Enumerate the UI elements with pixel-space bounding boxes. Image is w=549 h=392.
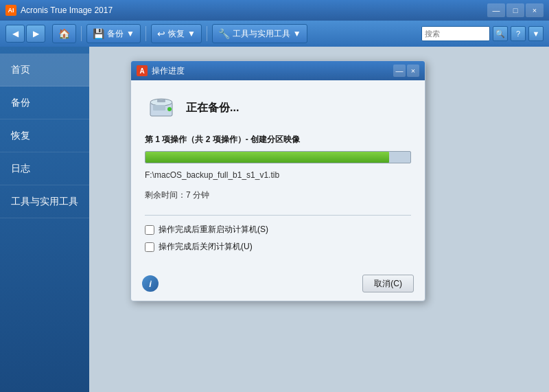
dialog-body: 正在备份... 第 1 项操作（共 2 项操作）- 创建分区映像 F:\macO… (131, 80, 425, 269)
tools-label: 工具与实用工具 (233, 28, 290, 40)
app-icon: AI (5, 5, 16, 16)
backup-button[interactable]: 💾 备份 ▼ (86, 24, 141, 43)
backup-dropdown-icon: ▼ (126, 29, 135, 38)
shutdown-checkbox-label: 操作完成后关闭计算机(U) (159, 241, 253, 253)
shutdown-checkbox[interactable] (145, 242, 154, 252)
svg-rect-4 (153, 105, 165, 111)
operation-info: 第 1 项操作（共 2 项操作）- 创建分区映像 (145, 134, 411, 146)
restore-button[interactable]: ↩ 恢复 ▼ (151, 24, 202, 43)
svg-rect-2 (157, 100, 165, 102)
sidebar-item-tools[interactable]: 工具与实用工具 (0, 185, 89, 218)
progress-dialog: A 操作进度 — × (130, 60, 425, 301)
progress-bar (145, 152, 389, 163)
menu-button[interactable]: ▼ (528, 26, 544, 41)
dialog-overlay: A 操作进度 — × (89, 47, 549, 392)
sidebar: 首页 备份 恢复 日志 工具与实用工具 (0, 47, 89, 392)
tools-dropdown-icon: ▼ (293, 29, 301, 38)
info-icon: i (142, 275, 159, 292)
content-area: 首页 备份 恢复 日志 工具与实用工具 (0, 47, 549, 392)
progress-container (145, 151, 411, 163)
separator-3 (207, 26, 207, 41)
back-button[interactable]: ◀ (5, 25, 25, 43)
search-input[interactable] (421, 26, 490, 41)
restart-checkbox-label: 操作完成后重新启动计算机(S) (159, 224, 268, 235)
dialog-close-button[interactable]: × (407, 65, 419, 77)
checkbox-shutdown-row: 操作完成后关闭计算机(U) (145, 241, 411, 253)
search-area: 🔍 ? ▼ (421, 26, 544, 41)
separator-2 (145, 26, 146, 41)
minimize-button[interactable]: — (487, 3, 505, 17)
dialog-title-bar: A 操作进度 — × (131, 61, 425, 80)
search-button[interactable]: 🔍 (493, 26, 508, 41)
close-button[interactable]: × (526, 3, 544, 17)
backup-status-title: 正在备份... (186, 101, 239, 115)
main-content: A 操作进度 — × (89, 47, 549, 392)
tools-icon: 🔧 (218, 28, 230, 39)
dialog-title: 操作进度 (152, 65, 393, 77)
dialog-header: 正在备份... (145, 91, 411, 124)
separator-1 (81, 26, 82, 41)
file-path: F:\macOS_backup_full_b1_s1_v1.tib (145, 170, 411, 180)
sidebar-item-home[interactable]: 首页 (0, 54, 89, 87)
dialog-footer: i 取消(C) (131, 269, 425, 301)
restart-checkbox[interactable] (145, 225, 154, 235)
forward-button[interactable]: ▶ (26, 25, 45, 43)
main-window: AI Acronis True Image 2017 — □ × ◀ ▶ 🏠 💾… (0, 0, 549, 392)
restore-label: 恢复 (168, 28, 185, 40)
app-title: Acronis True Image 2017 (21, 5, 487, 15)
sidebar-item-log[interactable]: 日志 (0, 152, 89, 185)
backup-label: 备份 (107, 28, 124, 40)
time-remaining: 剩余时间：7 分钟 (145, 189, 411, 201)
dialog-minimize-button[interactable]: — (393, 65, 406, 77)
title-bar: AI Acronis True Image 2017 — □ × (0, 0, 549, 21)
home-icon: 🏠 (58, 28, 70, 39)
checkbox-restart-row: 操作完成后重新启动计算机(S) (145, 224, 411, 235)
cancel-button[interactable]: 取消(C) (362, 275, 414, 292)
nav-controls: ◀ ▶ (5, 25, 45, 43)
toolbar: ◀ ▶ 🏠 💾 备份 ▼ ↩ 恢复 ▼ 🔧 工具与实用工具 ▼ 🔍 ? ▼ (0, 21, 549, 47)
divider (145, 215, 411, 216)
restore-dropdown-icon: ▼ (187, 29, 196, 38)
title-bar-controls: — □ × (487, 3, 544, 17)
svg-point-3 (167, 107, 172, 111)
home-button[interactable]: 🏠 (52, 24, 76, 43)
backup-icon: 💾 (93, 28, 104, 39)
sidebar-item-restore[interactable]: 恢复 (0, 119, 89, 152)
maximize-button[interactable]: □ (506, 3, 524, 17)
backup-drive-icon (145, 91, 178, 124)
help-button[interactable]: ? (511, 26, 526, 41)
sidebar-item-backup[interactable]: 备份 (0, 87, 89, 119)
tools-button[interactable]: 🔧 工具与实用工具 ▼ (212, 24, 307, 43)
restore-icon: ↩ (157, 28, 165, 39)
dialog-icon: A (137, 65, 148, 76)
